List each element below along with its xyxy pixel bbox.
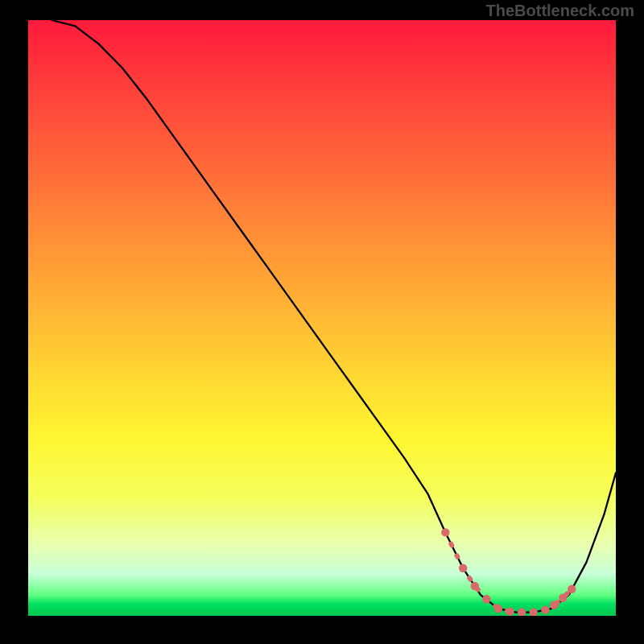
marker-dot [459, 564, 467, 572]
marker-dot [506, 608, 514, 616]
curve-line [52, 20, 616, 613]
marker-dot [441, 528, 449, 536]
marker-dot [530, 608, 538, 616]
marker-dot [541, 605, 549, 613]
plot-area [28, 20, 616, 616]
marker-dot [559, 594, 567, 602]
chart-container: TheBottleneck.com [0, 0, 644, 644]
marker-dot [568, 585, 576, 593]
marker-dot [471, 582, 479, 590]
marker-connector [445, 532, 572, 612]
chart-svg [28, 20, 616, 616]
marker-dot [518, 608, 526, 616]
marker-dot [550, 601, 558, 609]
marker-dot [494, 605, 502, 613]
watermark-text: TheBottleneck.com [486, 2, 634, 20]
marker-group [441, 528, 576, 616]
marker-dot [482, 595, 490, 603]
